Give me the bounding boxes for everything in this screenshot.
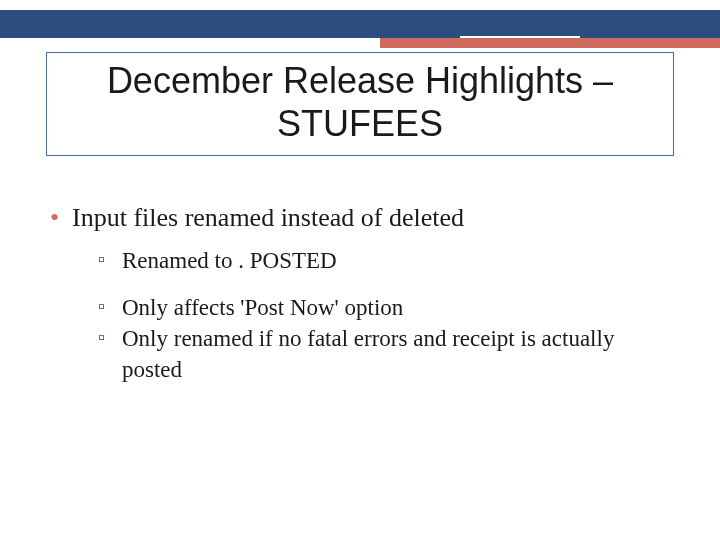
title-container: December Release Highlights – STUFEES [46,52,674,156]
title-line-2: STUFEES [277,103,443,144]
sub-bullet-item: Only renamed if no fatal errors and rece… [96,323,674,385]
title-line-1: December Release Highlights – [107,60,613,101]
slide-body: Input files renamed instead of deleted R… [46,200,674,401]
bullet-text: Input files renamed instead of deleted [72,203,464,232]
bullet-list-level1: Input files renamed instead of deleted R… [46,200,674,385]
sub-bullet-item: Only affects 'Post Now' option [96,292,674,323]
sub-bullet-text: Only renamed if no fatal errors and rece… [122,326,614,382]
slide-title: December Release Highlights – STUFEES [59,59,661,145]
sub-bullet-item: Renamed to . POSTED [96,245,674,276]
sub-bullet-text: Only affects 'Post Now' option [122,295,403,320]
bullet-item: Input files renamed instead of deleted R… [46,200,674,385]
bullet-list-level2: Renamed to . POSTED Only affects 'Post N… [72,245,674,385]
sub-bullet-text: Renamed to . POSTED [122,248,337,273]
slide: December Release Highlights – STUFEES In… [0,0,720,540]
decor-bar-blue [0,10,720,38]
decor-bar-red [380,38,720,48]
